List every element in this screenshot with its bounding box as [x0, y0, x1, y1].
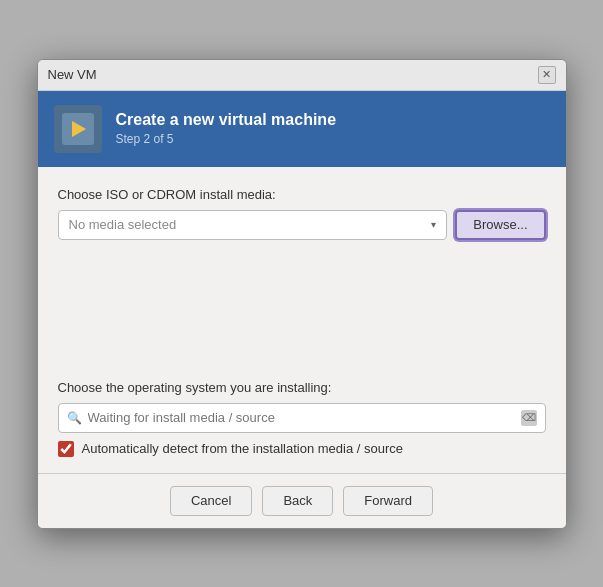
- clear-icon[interactable]: ⌫: [521, 410, 537, 426]
- browse-button[interactable]: Browse...: [455, 210, 545, 240]
- vm-icon-inner: [62, 113, 94, 145]
- media-section-label: Choose ISO or CDROM install media:: [58, 187, 546, 202]
- header-subtitle: Step 2 of 5: [116, 132, 337, 146]
- dialog-title: New VM: [48, 67, 97, 82]
- new-vm-dialog: New VM ✕ Create a new virtual machine St…: [37, 59, 567, 529]
- media-dropdown[interactable]: No media selected ▾: [58, 210, 448, 240]
- auto-detect-row: Automatically detect from the installati…: [58, 441, 546, 457]
- play-icon: [72, 121, 86, 137]
- auto-detect-checkbox[interactable]: [58, 441, 74, 457]
- search-icon: 🔍: [67, 411, 82, 425]
- header-text: Create a new virtual machine Step 2 of 5: [116, 111, 337, 146]
- media-dropdown-value: No media selected: [69, 217, 177, 232]
- chevron-down-icon: ▾: [431, 219, 436, 230]
- dialog-header: Create a new virtual machine Step 2 of 5: [38, 91, 566, 167]
- title-bar: New VM ✕: [38, 60, 566, 91]
- back-button[interactable]: Back: [262, 486, 333, 516]
- header-title: Create a new virtual machine: [116, 111, 337, 129]
- vm-icon: [54, 105, 102, 153]
- dialog-footer: Cancel Back Forward: [38, 473, 566, 528]
- spacer: [58, 256, 546, 376]
- forward-button[interactable]: Forward: [343, 486, 433, 516]
- os-search-input[interactable]: [88, 410, 521, 425]
- os-section: Choose the operating system you are inst…: [58, 380, 546, 457]
- auto-detect-label: Automatically detect from the installati…: [82, 441, 404, 456]
- close-button[interactable]: ✕: [538, 66, 556, 84]
- os-search-row: 🔍 ⌫: [58, 403, 546, 433]
- cancel-button[interactable]: Cancel: [170, 486, 252, 516]
- os-section-label: Choose the operating system you are inst…: [58, 380, 546, 395]
- media-row: No media selected ▾ Browse...: [58, 210, 546, 240]
- dialog-body: Choose ISO or CDROM install media: No me…: [38, 167, 566, 457]
